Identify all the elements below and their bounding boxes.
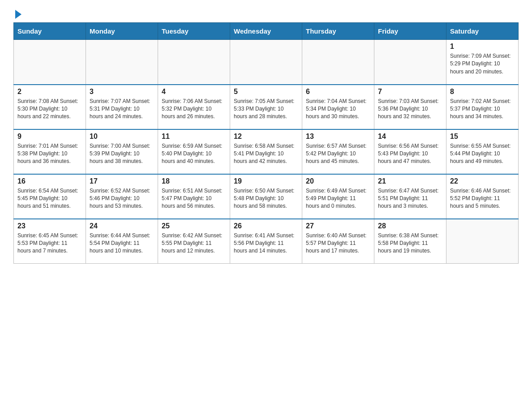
calendar-day-cell: 24Sunrise: 6:44 AM Sunset: 5:54 PM Dayli…: [86, 219, 158, 264]
calendar-day-cell: 2Sunrise: 7:08 AM Sunset: 5:30 PM Daylig…: [14, 85, 86, 129]
day-number: 28: [378, 222, 442, 230]
day-number: 23: [17, 222, 82, 230]
day-info: Sunrise: 6:58 AM Sunset: 5:41 PM Dayligh…: [234, 142, 298, 166]
calendar-day-cell: 27Sunrise: 6:40 AM Sunset: 5:57 PM Dayli…: [302, 219, 374, 264]
calendar-day-cell: [230, 40, 302, 85]
calendar-day-cell: 8Sunrise: 7:02 AM Sunset: 5:37 PM Daylig…: [446, 85, 519, 129]
day-of-week-header: Wednesday: [230, 23, 302, 40]
day-info: Sunrise: 6:44 AM Sunset: 5:54 PM Dayligh…: [90, 232, 154, 255]
day-of-week-header: Tuesday: [158, 23, 230, 40]
day-info: Sunrise: 6:55 AM Sunset: 5:44 PM Dayligh…: [450, 142, 515, 166]
day-number: 24: [90, 222, 154, 230]
day-number: 10: [90, 133, 154, 141]
day-info: Sunrise: 7:03 AM Sunset: 5:36 PM Dayligh…: [378, 98, 442, 121]
day-of-week-header: Sunday: [14, 23, 86, 40]
day-info: Sunrise: 6:38 AM Sunset: 5:58 PM Dayligh…: [378, 232, 442, 255]
day-number: 12: [234, 133, 298, 141]
day-info: Sunrise: 7:08 AM Sunset: 5:30 PM Dayligh…: [17, 98, 82, 121]
calendar-day-cell: 10Sunrise: 7:00 AM Sunset: 5:39 PM Dayli…: [86, 129, 158, 174]
day-number: 17: [90, 177, 154, 185]
day-number: 3: [90, 88, 154, 96]
calendar-week-row: 23Sunrise: 6:45 AM Sunset: 5:53 PM Dayli…: [14, 219, 519, 264]
calendar-day-cell: 17Sunrise: 6:52 AM Sunset: 5:46 PM Dayli…: [86, 174, 158, 219]
day-number: 14: [378, 133, 442, 141]
day-number: 7: [378, 88, 442, 96]
day-number: 6: [306, 88, 370, 96]
day-of-week-header: Monday: [86, 23, 158, 40]
calendar-day-cell: 9Sunrise: 7:01 AM Sunset: 5:38 PM Daylig…: [14, 129, 86, 174]
calendar-day-cell: 21Sunrise: 6:47 AM Sunset: 5:51 PM Dayli…: [374, 174, 446, 219]
page-header: [13, 9, 519, 18]
calendar-day-cell: 11Sunrise: 6:59 AM Sunset: 5:40 PM Dayli…: [158, 129, 230, 174]
calendar-week-row: 16Sunrise: 6:54 AM Sunset: 5:45 PM Dayli…: [14, 174, 519, 219]
day-info: Sunrise: 6:41 AM Sunset: 5:56 PM Dayligh…: [234, 232, 298, 255]
calendar-day-cell: 3Sunrise: 7:07 AM Sunset: 5:31 PM Daylig…: [86, 85, 158, 129]
day-number: 19: [234, 177, 298, 185]
day-info: Sunrise: 6:40 AM Sunset: 5:57 PM Dayligh…: [306, 232, 370, 255]
day-info: Sunrise: 6:47 AM Sunset: 5:51 PM Dayligh…: [378, 187, 442, 210]
calendar-day-cell: 6Sunrise: 7:04 AM Sunset: 5:34 PM Daylig…: [302, 85, 374, 129]
calendar-day-cell: [302, 40, 374, 85]
day-info: Sunrise: 7:01 AM Sunset: 5:38 PM Dayligh…: [17, 142, 82, 166]
calendar-table: SundayMondayTuesdayWednesdayThursdayFrid…: [13, 22, 519, 264]
calendar-header-row: SundayMondayTuesdayWednesdayThursdayFrid…: [14, 23, 519, 40]
day-number: 4: [162, 88, 226, 96]
calendar-day-cell: 7Sunrise: 7:03 AM Sunset: 5:36 PM Daylig…: [374, 85, 446, 129]
calendar-day-cell: 5Sunrise: 7:05 AM Sunset: 5:33 PM Daylig…: [230, 85, 302, 129]
calendar-day-cell: 18Sunrise: 6:51 AM Sunset: 5:47 PM Dayli…: [158, 174, 230, 219]
day-info: Sunrise: 6:52 AM Sunset: 5:46 PM Dayligh…: [90, 187, 154, 210]
day-info: Sunrise: 6:57 AM Sunset: 5:42 PM Dayligh…: [306, 142, 370, 166]
day-number: 13: [306, 133, 370, 141]
day-info: Sunrise: 6:56 AM Sunset: 5:43 PM Dayligh…: [378, 142, 442, 166]
calendar-day-cell: 19Sunrise: 6:50 AM Sunset: 5:48 PM Dayli…: [230, 174, 302, 219]
day-number: 16: [17, 177, 82, 185]
day-number: 20: [306, 177, 370, 185]
calendar-day-cell: [86, 40, 158, 85]
calendar-day-cell: [158, 40, 230, 85]
day-info: Sunrise: 7:05 AM Sunset: 5:33 PM Dayligh…: [234, 98, 298, 121]
logo: [13, 9, 21, 18]
day-of-week-header: Saturday: [446, 23, 519, 40]
day-number: 18: [162, 177, 226, 185]
day-info: Sunrise: 7:07 AM Sunset: 5:31 PM Dayligh…: [90, 98, 154, 121]
day-number: 9: [17, 133, 82, 141]
day-of-week-header: Friday: [374, 23, 446, 40]
calendar-day-cell: [446, 219, 519, 264]
day-info: Sunrise: 7:00 AM Sunset: 5:39 PM Dayligh…: [90, 142, 154, 166]
day-info: Sunrise: 7:09 AM Sunset: 5:29 PM Dayligh…: [450, 52, 515, 76]
day-number: 26: [234, 222, 298, 230]
day-number: 2: [17, 88, 82, 96]
calendar-day-cell: 22Sunrise: 6:46 AM Sunset: 5:52 PM Dayli…: [446, 174, 519, 219]
day-number: 15: [450, 133, 515, 141]
day-number: 27: [306, 222, 370, 230]
day-info: Sunrise: 6:49 AM Sunset: 5:49 PM Dayligh…: [306, 187, 370, 210]
calendar-day-cell: 15Sunrise: 6:55 AM Sunset: 5:44 PM Dayli…: [446, 129, 519, 174]
day-info: Sunrise: 6:59 AM Sunset: 5:40 PM Dayligh…: [162, 142, 226, 166]
day-number: 25: [162, 222, 226, 230]
day-info: Sunrise: 6:51 AM Sunset: 5:47 PM Dayligh…: [162, 187, 226, 210]
logo-arrow-icon: [15, 10, 21, 19]
calendar-week-row: 2Sunrise: 7:08 AM Sunset: 5:30 PM Daylig…: [14, 85, 519, 129]
calendar-day-cell: 12Sunrise: 6:58 AM Sunset: 5:41 PM Dayli…: [230, 129, 302, 174]
calendar-week-row: 9Sunrise: 7:01 AM Sunset: 5:38 PM Daylig…: [14, 129, 519, 174]
calendar-day-cell: 25Sunrise: 6:42 AM Sunset: 5:55 PM Dayli…: [158, 219, 230, 264]
calendar-day-cell: 26Sunrise: 6:41 AM Sunset: 5:56 PM Dayli…: [230, 219, 302, 264]
day-number: 5: [234, 88, 298, 96]
calendar-day-cell: 20Sunrise: 6:49 AM Sunset: 5:49 PM Dayli…: [302, 174, 374, 219]
calendar-day-cell: 14Sunrise: 6:56 AM Sunset: 5:43 PM Dayli…: [374, 129, 446, 174]
calendar-day-cell: 4Sunrise: 7:06 AM Sunset: 5:32 PM Daylig…: [158, 85, 230, 129]
calendar-day-cell: 23Sunrise: 6:45 AM Sunset: 5:53 PM Dayli…: [14, 219, 86, 264]
day-of-week-header: Thursday: [302, 23, 374, 40]
calendar-day-cell: [374, 40, 446, 85]
day-info: Sunrise: 6:42 AM Sunset: 5:55 PM Dayligh…: [162, 232, 226, 255]
calendar-day-cell: 16Sunrise: 6:54 AM Sunset: 5:45 PM Dayli…: [14, 174, 86, 219]
day-info: Sunrise: 7:06 AM Sunset: 5:32 PM Dayligh…: [162, 98, 226, 121]
day-info: Sunrise: 6:54 AM Sunset: 5:45 PM Dayligh…: [17, 187, 82, 210]
day-info: Sunrise: 6:46 AM Sunset: 5:52 PM Dayligh…: [450, 187, 515, 210]
day-number: 1: [450, 43, 515, 51]
day-number: 8: [450, 88, 515, 96]
calendar-day-cell: 28Sunrise: 6:38 AM Sunset: 5:58 PM Dayli…: [374, 219, 446, 264]
day-info: Sunrise: 7:02 AM Sunset: 5:37 PM Dayligh…: [450, 98, 515, 121]
day-number: 22: [450, 177, 515, 185]
day-info: Sunrise: 6:45 AM Sunset: 5:53 PM Dayligh…: [17, 232, 82, 255]
